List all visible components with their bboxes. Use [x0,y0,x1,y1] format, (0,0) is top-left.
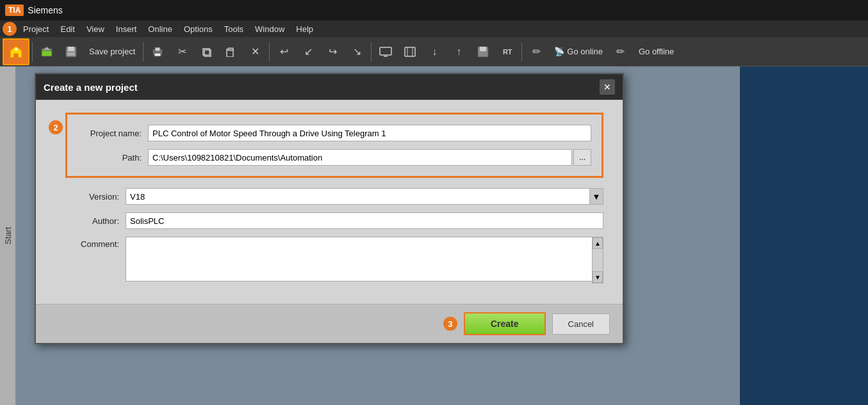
menu-project[interactable]: Project [18,23,54,35]
svg-rect-13 [228,48,233,51]
version-row: Version: V18 ▼ [55,188,603,205]
separator-4 [371,42,372,61]
save-button[interactable] [60,40,83,63]
svg-rect-9 [154,53,161,56]
down-arrow-button[interactable]: ↓ [423,40,446,63]
comment-area-wrapper: ▲ ▼ [126,237,603,283]
comment-scrollbar: ▲ ▼ [592,237,603,283]
step1-badge: 1 [3,22,17,36]
svg-rect-14 [380,47,391,55]
scroll-down-button[interactable]: ▼ [593,271,603,283]
path-input[interactable] [148,149,572,166]
svg-rect-16 [405,47,415,56]
comment-label: Comment: [55,237,126,249]
app-title: Siemens [28,5,62,15]
save-project-button[interactable]: Save project [84,44,140,59]
save2-button[interactable] [471,40,495,63]
main-area: Start Create a new project ✕ 2 [0,67,868,405]
app-logo: TIA [5,4,24,16]
monitor-button[interactable] [374,40,397,63]
copy-button[interactable] [195,40,218,63]
print-button[interactable] [146,40,169,63]
version-select[interactable]: V18 [126,188,603,205]
project-name-label: Project name: [78,129,148,138]
svg-rect-5 [68,47,74,51]
antenna-icon: 📡 [554,47,564,56]
version-label: Version: [55,192,126,202]
svg-point-1 [15,48,17,51]
menu-insert[interactable]: Insert [111,23,142,35]
comment-row: Comment: ▲ ▼ [55,237,603,283]
go-offline-label: Go offline [639,47,674,56]
version-select-wrapper: V18 ▼ [126,188,603,205]
go-offline-button[interactable]: Go offline [634,44,679,59]
menu-help[interactable]: Help [291,23,318,35]
rt-button[interactable]: RT [496,40,519,63]
cut-button[interactable]: ✂ [170,40,193,63]
scroll-up-button[interactable]: ▲ [593,237,603,249]
author-label: Author: [55,216,126,226]
dialog-body: 2 Project name: Path: [36,100,623,304]
svg-rect-8 [155,47,160,51]
menu-options[interactable]: Options [179,23,218,35]
edit-icon-button[interactable]: ✏ [525,40,548,63]
separator-2 [143,42,143,61]
save-project-label: Save project [89,47,135,56]
edit2-icon-button[interactable]: ✏ [609,40,632,63]
create-button[interactable]: Create [464,312,546,335]
project-name-row: Project name: [78,125,591,141]
dialog-titlebar: Create a new project ✕ [36,74,623,100]
project-name-input[interactable] [148,125,591,141]
dialog-close-button[interactable]: ✕ [600,79,615,95]
title-bar: TIA Siemens [0,0,868,20]
separator-3 [269,42,270,61]
svg-marker-0 [10,46,22,58]
path-row: Path: ... [78,149,591,166]
menu-window[interactable]: Window [250,23,290,35]
paste-button[interactable] [219,40,242,63]
browse-button[interactable]: ... [573,149,591,166]
author-input[interactable] [126,212,603,229]
path-label: Path: [78,153,148,163]
create-project-dialog: Create a new project ✕ 2 Project name: [35,73,624,344]
menu-tools[interactable]: Tools [219,23,249,35]
right-panel [740,67,868,405]
content-area: Create a new project ✕ 2 Project name: [15,67,740,405]
step3-badge: 3 [443,317,457,331]
redo-button[interactable]: ↪ [321,40,344,63]
start-tab[interactable]: Start [0,67,15,405]
go-online-label: Go online [567,47,603,56]
undo-button[interactable]: ↩ [272,40,295,63]
menu-view[interactable]: View [81,23,110,35]
undo-down-button[interactable]: ↙ [297,40,320,63]
redo-down-button[interactable]: ↘ [345,40,368,63]
svg-rect-6 [67,52,75,56]
dialog-footer: 3 Create Cancel [36,304,623,343]
dialog-title: Create a new project [44,82,138,93]
delete-button[interactable]: ✕ [243,40,266,63]
svg-rect-20 [480,47,486,51]
cancel-button[interactable]: Cancel [552,314,610,335]
dialog-overlay: Create a new project ✕ 2 Project name: [15,67,740,405]
up-arrow-button[interactable]: ↑ [447,40,470,63]
comment-textarea[interactable] [126,237,603,282]
go-online-button[interactable]: 📡 Go online [549,44,608,59]
form-section: Project name: Path: ... [65,113,603,178]
menu-bar: 1 Project Edit View Insert Online Option… [0,20,868,37]
toolbar: Save project ✂ ✕ ↩ ↙ ↪ ↘ [0,37,868,67]
menu-edit[interactable]: Edit [55,23,79,35]
separator-1 [32,42,33,61]
separator-5 [521,42,522,61]
step2-badge: 2 [49,120,63,134]
open-button[interactable] [35,40,58,63]
tia-home-button[interactable] [3,38,29,65]
author-row: Author: [55,212,603,229]
menu-online[interactable]: Online [143,23,177,35]
plc-button[interactable] [398,40,422,63]
